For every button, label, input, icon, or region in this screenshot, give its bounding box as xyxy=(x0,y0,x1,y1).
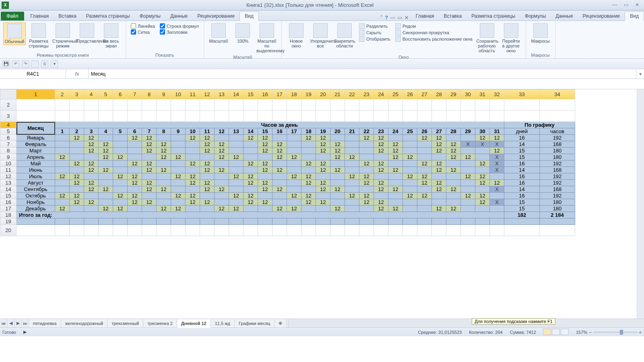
close-button[interactable]: ✕ xyxy=(632,2,642,8)
cell-19-11[interactable] xyxy=(186,218,200,225)
cell-3-7[interactable] xyxy=(128,111,142,122)
data-1-11[interactable]: 12 xyxy=(215,141,229,148)
cell-3-17[interactable] xyxy=(272,111,287,122)
data-8-14[interactable]: 12 xyxy=(258,186,272,193)
data-4-3[interactable] xyxy=(99,160,113,167)
cell-3-27[interactable] xyxy=(417,111,432,122)
data-9-28[interactable]: 12 xyxy=(461,193,475,199)
data-9-3[interactable] xyxy=(99,193,113,199)
data-4-7[interactable] xyxy=(157,160,171,167)
data-10-25[interactable] xyxy=(417,199,432,206)
cell-2-29[interactable] xyxy=(446,99,461,111)
data-4-8[interactable] xyxy=(171,160,186,167)
cell-3-33[interactable] xyxy=(504,111,540,122)
cell-3-3[interactable] xyxy=(70,111,84,122)
day-header-28[interactable]: 28 xyxy=(446,128,461,135)
data-8-12[interactable] xyxy=(229,186,244,193)
data-9-9[interactable]: 12 xyxy=(186,193,200,199)
month-name-0[interactable]: Январь xyxy=(17,135,55,141)
data-10-7[interactable] xyxy=(157,199,171,206)
data-5-22[interactable]: 12 xyxy=(374,167,388,173)
data-4-19[interactable] xyxy=(330,160,345,167)
data-11-1[interactable] xyxy=(70,206,84,212)
cell-2-22[interactable] xyxy=(345,99,359,111)
data-11-20[interactable] xyxy=(345,206,359,212)
cell-19-2[interactable] xyxy=(55,218,70,225)
data-10-23[interactable] xyxy=(388,199,403,206)
cell-3-15[interactable] xyxy=(244,111,258,122)
data-9-14[interactable] xyxy=(258,193,272,199)
data-4-17[interactable]: 12 xyxy=(301,160,316,167)
data-1-14[interactable]: 12 xyxy=(258,141,272,148)
data-7-6[interactable]: 12 xyxy=(142,180,157,186)
data-3-19[interactable]: 12 xyxy=(330,154,345,160)
data-0-15[interactable] xyxy=(272,135,287,141)
data-7-4[interactable] xyxy=(113,180,128,186)
data-10-15[interactable] xyxy=(272,199,287,206)
data-3-21[interactable] xyxy=(359,154,374,160)
col-header-17[interactable]: 17 xyxy=(272,90,287,99)
day-header-17[interactable]: 17 xyxy=(287,128,301,135)
cell-3-25[interactable] xyxy=(388,111,403,122)
col-header-10[interactable]: 10 xyxy=(171,90,186,99)
cell-3-11[interactable] xyxy=(186,111,200,122)
data-6-16[interactable]: 12 xyxy=(287,173,301,180)
day-header-27[interactable]: 27 xyxy=(432,128,446,135)
cell-2-12[interactable] xyxy=(200,99,215,111)
sched-8-1[interactable]: 168 xyxy=(540,186,575,193)
col-header-30[interactable]: 30 xyxy=(461,90,475,99)
data-7-14[interactable]: 12 xyxy=(258,180,272,186)
data-7-29[interactable]: 12 xyxy=(475,180,490,186)
data-8-26[interactable]: 12 xyxy=(432,186,446,193)
data-1-27[interactable]: 12 xyxy=(446,141,461,148)
col-header-20[interactable]: 20 xyxy=(316,90,330,99)
day-header-24[interactable]: 24 xyxy=(388,128,403,135)
day-header-4[interactable]: 4 xyxy=(99,128,113,135)
data-10-30[interactable]: X xyxy=(490,199,504,206)
row-header-7[interactable]: 7 xyxy=(0,141,17,148)
sheet-tab-6[interactable]: Графики месяц xyxy=(235,319,275,327)
data-4-16[interactable] xyxy=(287,160,301,167)
data-9-29[interactable]: 12 xyxy=(475,193,490,199)
data-5-24[interactable] xyxy=(403,167,417,173)
cell-2-1[interactable] xyxy=(17,99,55,111)
data-0-27[interactable] xyxy=(446,135,461,141)
data-5-13[interactable] xyxy=(244,167,258,173)
cell-2-30[interactable] xyxy=(461,99,475,111)
window-small-4[interactable]: Синхронная прокрутка xyxy=(395,30,473,35)
zoom-btn-2[interactable]: Масштаб по выделенному xyxy=(256,23,278,54)
data-1-13[interactable] xyxy=(244,141,258,148)
data-2-10[interactable]: 12 xyxy=(200,148,215,154)
cell-19-34[interactable] xyxy=(540,218,575,225)
data-3-4[interactable]: 12 xyxy=(113,154,128,160)
data-10-13[interactable]: 12 xyxy=(244,199,258,206)
data-0-22[interactable]: 12 xyxy=(374,135,388,141)
data-9-16[interactable]: 12 xyxy=(287,193,301,199)
data-2-24[interactable] xyxy=(403,148,417,154)
data-3-30[interactable]: X xyxy=(490,154,504,160)
data-8-25[interactable] xyxy=(417,186,432,193)
data-10-20[interactable] xyxy=(345,199,359,206)
ribbon-tab-0[interactable]: Главная xyxy=(26,12,54,21)
data-6-0[interactable]: 12 xyxy=(55,173,70,180)
data-5-7[interactable]: 12 xyxy=(157,167,171,173)
view-mode-1[interactable]: Разметка страницы xyxy=(27,23,50,49)
data-5-0[interactable] xyxy=(55,167,70,173)
data-9-4[interactable]: 12 xyxy=(113,193,128,199)
data-2-29[interactable] xyxy=(475,148,490,154)
data-4-28[interactable] xyxy=(461,160,475,167)
data-8-17[interactable] xyxy=(301,186,316,193)
data-7-0[interactable] xyxy=(55,180,70,186)
sched-10-1[interactable]: 180 xyxy=(540,199,575,206)
data-8-19[interactable]: 12 xyxy=(330,186,345,193)
ribbon-tab-3[interactable]: Формулы xyxy=(135,12,165,21)
data-6-18[interactable] xyxy=(316,173,330,180)
table-schedule-header[interactable]: По графику xyxy=(504,122,575,128)
data-5-5[interactable] xyxy=(128,167,142,173)
data-7-13[interactable]: 12 xyxy=(244,180,258,186)
data-6-1[interactable]: 12 xyxy=(70,173,84,180)
cell-20-10[interactable] xyxy=(171,225,186,236)
day-header-13[interactable]: 13 xyxy=(229,128,244,135)
sheet-nav-prev-icon[interactable]: ◀ xyxy=(7,319,14,327)
data-5-6[interactable]: 12 xyxy=(142,167,157,173)
